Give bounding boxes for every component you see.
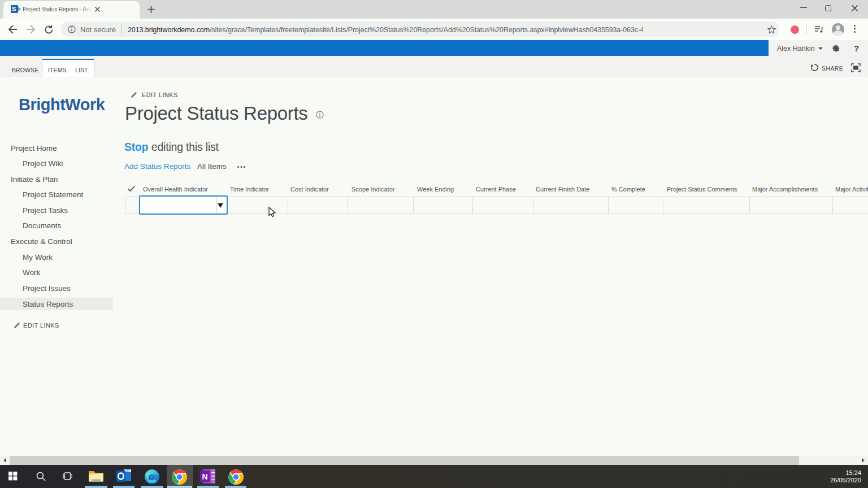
svg-text:N: N [202,472,207,481]
